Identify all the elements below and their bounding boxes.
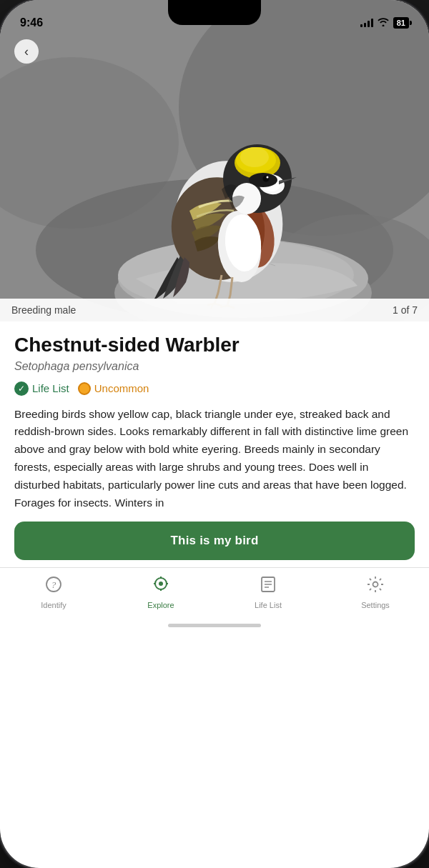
explore-icon <box>152 575 170 598</box>
phone-frame: 9:46 <box>0 0 429 868</box>
rarity-circle-icon <box>78 382 91 395</box>
badges-row: ✓ Life List Uncommon <box>14 381 415 396</box>
svg-point-22 <box>267 176 269 179</box>
life-list-check-icon: ✓ <box>14 381 29 396</box>
rarity-badge[interactable]: Uncommon <box>78 382 149 395</box>
life-list-badge[interactable]: ✓ Life List <box>14 381 69 396</box>
back-button[interactable]: ‹ <box>14 39 39 64</box>
svg-point-16 <box>240 147 269 167</box>
tab-bar: ? Identify <box>0 567 429 624</box>
svg-point-27 <box>159 582 163 586</box>
signal-bars-icon <box>360 19 373 27</box>
tab-life-list-label: Life List <box>255 601 282 609</box>
bird-common-name: Chestnut-sided Warbler <box>14 333 415 357</box>
svg-point-21 <box>263 176 270 182</box>
wifi-icon <box>378 18 389 29</box>
status-icons: 81 <box>360 17 409 29</box>
tab-settings[interactable]: Settings <box>350 575 400 609</box>
home-indicator <box>168 624 261 627</box>
my-bird-button[interactable]: This is my bird <box>14 522 415 560</box>
back-chevron-icon: ‹ <box>24 45 29 58</box>
battery-icon: 81 <box>393 17 409 29</box>
image-count: 1 of 7 <box>393 304 418 316</box>
tab-life-list[interactable]: Life List <box>243 575 293 609</box>
svg-point-36 <box>373 582 378 587</box>
status-time: 9:46 <box>20 16 43 29</box>
life-list-icon <box>259 575 277 598</box>
life-list-label: Life List <box>32 382 69 394</box>
identify-icon: ? <box>44 575 63 598</box>
tab-settings-label: Settings <box>361 601 390 609</box>
bird-description: Breeding birds show yellow cap, black tr… <box>14 406 415 512</box>
bird-scientific-name: Setophaga pensylvanica <box>14 360 415 373</box>
bird-illustration <box>0 0 429 321</box>
svg-text:?: ? <box>51 579 56 590</box>
image-footer: Breeding male 1 of 7 <box>0 299 429 321</box>
bottom-button-area: This is my bird <box>0 512 429 567</box>
scrollable-content: Chestnut-sided Warbler Setophaga pensylv… <box>0 321 429 868</box>
phone-screen: 9:46 <box>0 0 429 868</box>
bird-details-content: Chestnut-sided Warbler Setophaga pensylv… <box>0 321 429 512</box>
bird-photo: ‹ Breeding male 1 of 7 <box>0 0 429 321</box>
tab-identify-label: Identify <box>41 601 66 609</box>
settings-icon <box>366 575 385 598</box>
tab-explore[interactable]: Explore <box>136 575 186 609</box>
tab-identify[interactable]: ? Identify <box>29 575 79 609</box>
tab-explore-label: Explore <box>147 601 174 609</box>
notch <box>168 0 261 25</box>
rarity-label: Uncommon <box>94 382 149 394</box>
image-label: Breeding male <box>11 304 76 316</box>
